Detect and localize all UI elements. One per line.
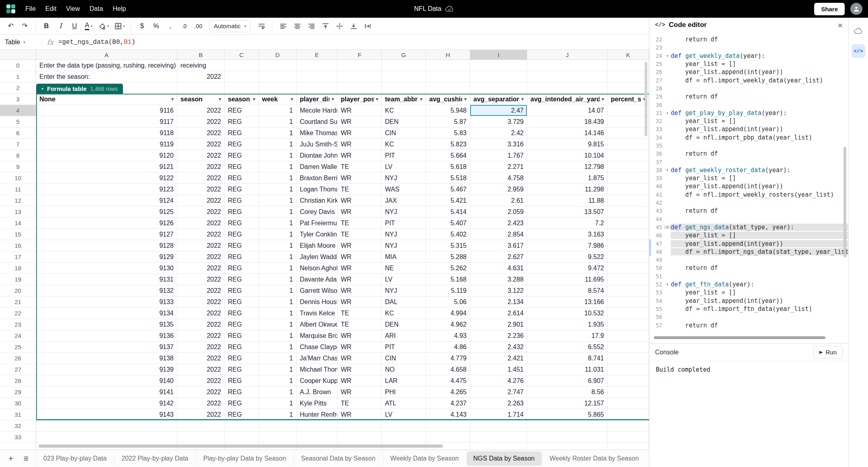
cell-C25[interactable]: REG	[225, 342, 259, 353]
cell-E19[interactable]: Davante Adams	[297, 274, 338, 285]
cell-I14[interactable]: 2.423	[470, 218, 527, 229]
cell-D18[interactable]: 1	[259, 263, 297, 274]
cell-H4[interactable]: 5.948	[426, 105, 470, 116]
cell-E33[interactable]	[297, 432, 338, 443]
cell-G4[interactable]: KC	[382, 105, 426, 116]
cell-E29[interactable]: A.J. Brown	[297, 387, 338, 398]
cell-C32[interactable]	[225, 420, 259, 432]
cell-A21[interactable]: 9133	[36, 296, 177, 308]
cell-D28[interactable]: 1	[259, 375, 297, 387]
filter-chevron-icon[interactable]: ▾	[289, 97, 293, 102]
cell-E6[interactable]: Mike Thomas	[297, 128, 338, 139]
row-header-24[interactable]: 24	[0, 330, 36, 342]
cell-A29[interactable]: 9141	[36, 387, 177, 398]
cell-A11[interactable]: 9123	[36, 184, 177, 195]
code-vertical-scrollbar[interactable]	[843, 147, 846, 257]
cell-A3[interactable]: None▾	[36, 94, 177, 105]
cell-K20[interactable]	[608, 285, 649, 296]
cell-I4[interactable]: 2.47	[470, 105, 527, 116]
cell-A32[interactable]	[36, 420, 177, 432]
cell-F20[interactable]: WR	[338, 285, 382, 296]
cell-J3[interactable]: avg_intended_air_yards▾	[527, 94, 608, 105]
cell-C12[interactable]: REG	[225, 195, 259, 206]
cell-J22[interactable]: 10.532	[527, 308, 608, 319]
cell-B13[interactable]: 2022	[177, 206, 225, 218]
cell-H11[interactable]: 5.467	[426, 184, 470, 195]
cell-G26[interactable]: CIN	[382, 353, 426, 364]
cell-K6[interactable]	[608, 128, 649, 139]
cell-H7[interactable]: 5.823	[426, 139, 470, 150]
code-line-34[interactable]: 34 df = nfl.import_pbp_data(year_list)	[649, 134, 848, 142]
cell-J31[interactable]: 5.865	[527, 409, 608, 420]
cell-H24[interactable]: 4.93	[426, 330, 470, 342]
valign-top-button[interactable]	[319, 20, 332, 33]
cell-I26[interactable]: 2.421	[470, 353, 527, 364]
cell-A20[interactable]: 9132	[36, 285, 177, 296]
cell-I23[interactable]: 2.901	[470, 319, 527, 330]
cell-E8[interactable]: Diontae Johnso	[297, 150, 338, 161]
cell-F33[interactable]	[338, 432, 382, 443]
menu-view[interactable]: View	[61, 3, 84, 15]
cell-C13[interactable]: REG	[225, 206, 259, 218]
cell-D1[interactable]	[259, 71, 297, 82]
cell-H31[interactable]: 4.143	[426, 409, 470, 420]
code-editor-toggle-icon[interactable]: </>	[852, 44, 865, 58]
cell-I16[interactable]: 3.617	[470, 240, 527, 251]
cell-G13[interactable]: NYJ	[382, 206, 426, 218]
cell-B26[interactable]: 2022	[177, 353, 225, 364]
code-line-55[interactable]: 55 df = nfl.import_ftn_data(year_list)	[649, 305, 848, 313]
cell-D7[interactable]: 1	[259, 139, 297, 150]
cell-B20[interactable]: 2022	[177, 285, 225, 296]
cell-B22[interactable]: 2022	[177, 308, 225, 319]
cell-C10[interactable]: REG	[225, 173, 259, 184]
cell-A18[interactable]: 9130	[36, 263, 177, 274]
cell-C0[interactable]	[225, 60, 259, 71]
cell-I28[interactable]: 4.276	[470, 375, 527, 387]
cell-J32[interactable]	[527, 420, 608, 432]
cell-G0[interactable]	[382, 60, 426, 71]
code-line-53[interactable]: 53 year_list = []	[649, 288, 848, 296]
cell-I29[interactable]: 2.747	[470, 387, 527, 398]
cell-C33[interactable]	[225, 432, 259, 443]
cell-D29[interactable]: 1	[259, 387, 297, 398]
cell-K13[interactable]	[608, 206, 649, 218]
cell-G6[interactable]: CIN	[382, 128, 426, 139]
cell-A1[interactable]: Enter the season:	[36, 71, 177, 82]
cell-K17[interactable]	[608, 251, 649, 263]
code-line-28[interactable]: 28	[649, 84, 848, 93]
cell-E27[interactable]: Michael Thomas	[297, 364, 338, 375]
code-line-43[interactable]: 43 return df	[649, 207, 848, 215]
sheet-tab-weekly-roster-data-by-season[interactable]: Weekly Roster Data by Season	[542, 451, 645, 466]
valign-middle-button[interactable]	[333, 20, 346, 33]
cell-E31[interactable]: Hunter Renfrow	[297, 409, 338, 420]
filter-chevron-icon[interactable]: ▾	[330, 97, 334, 102]
cell-J14[interactable]: 7.2	[527, 218, 608, 229]
cell-J11[interactable]: 11.298	[527, 184, 608, 195]
row-header-18[interactable]: 18	[0, 263, 36, 274]
cell-F7[interactable]: WR	[338, 139, 382, 150]
cell-G28[interactable]: LAR	[382, 375, 426, 387]
cell-J13[interactable]: 13.507	[527, 206, 608, 218]
cell-D9[interactable]: 1	[259, 161, 297, 173]
code-line-29[interactable]: 29 return df	[649, 93, 848, 101]
cell-K8[interactable]	[608, 150, 649, 161]
cell-H33[interactable]	[426, 432, 470, 443]
filter-chevron-icon[interactable]: ▾	[169, 97, 174, 102]
cell-J12[interactable]: 11.88	[527, 195, 608, 206]
cell-F30[interactable]: TE	[338, 398, 382, 409]
cell-B23[interactable]: 2022	[177, 319, 225, 330]
cell-I6[interactable]: 2.42	[470, 128, 527, 139]
cell-F24[interactable]: WR	[338, 330, 382, 342]
cell-E13[interactable]: Corey Davis	[297, 206, 338, 218]
fold-chevron-icon[interactable]: ▾	[664, 54, 671, 58]
cell-G20[interactable]: NYJ	[382, 285, 426, 296]
cell-K22[interactable]	[608, 308, 649, 319]
cell-G2[interactable]	[382, 82, 426, 94]
cell-C26[interactable]: REG	[225, 353, 259, 364]
row-header-15[interactable]: 15	[0, 229, 36, 240]
cell-J25[interactable]: 6.552	[527, 342, 608, 353]
menu-help[interactable]: Help	[108, 3, 131, 15]
cell-I18[interactable]: 4.631	[470, 263, 527, 274]
cell-E7[interactable]: JuJu Smith-Sch	[297, 139, 338, 150]
row-header-9[interactable]: 9	[0, 161, 36, 173]
